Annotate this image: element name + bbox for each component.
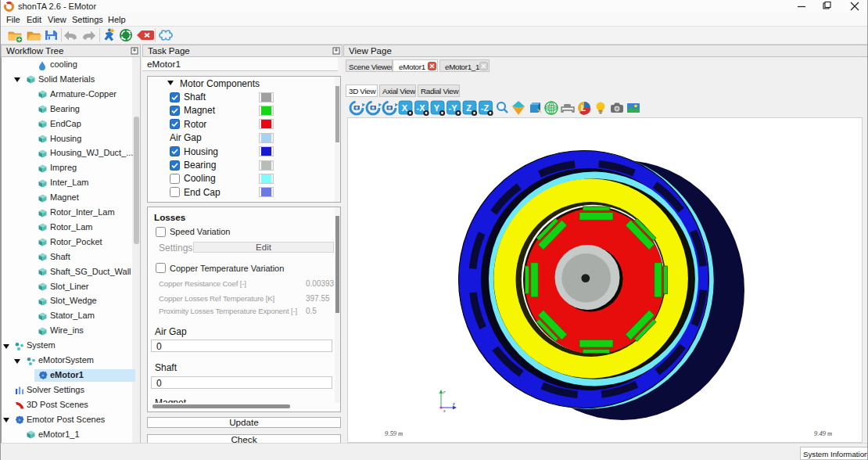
- svg-text:9.59 m: 9.59 m: [385, 429, 403, 437]
- svg-text:9.49 m: 9.49 m: [814, 429, 832, 437]
- svg-text:Z: Z: [466, 103, 472, 113]
- svg-text:Y: Y: [434, 103, 440, 113]
- svg-text:L: L: [581, 104, 586, 113]
- svg-text:-X: -X: [417, 103, 426, 113]
- svg-text:r: r: [443, 389, 446, 395]
- svg-text:X: X: [402, 103, 408, 113]
- svg-text:-Z: -Z: [481, 103, 490, 113]
- svg-text:x: x: [443, 408, 446, 413]
- svg-text:z: z: [452, 401, 455, 407]
- svg-text:-Y: -Y: [449, 103, 458, 113]
